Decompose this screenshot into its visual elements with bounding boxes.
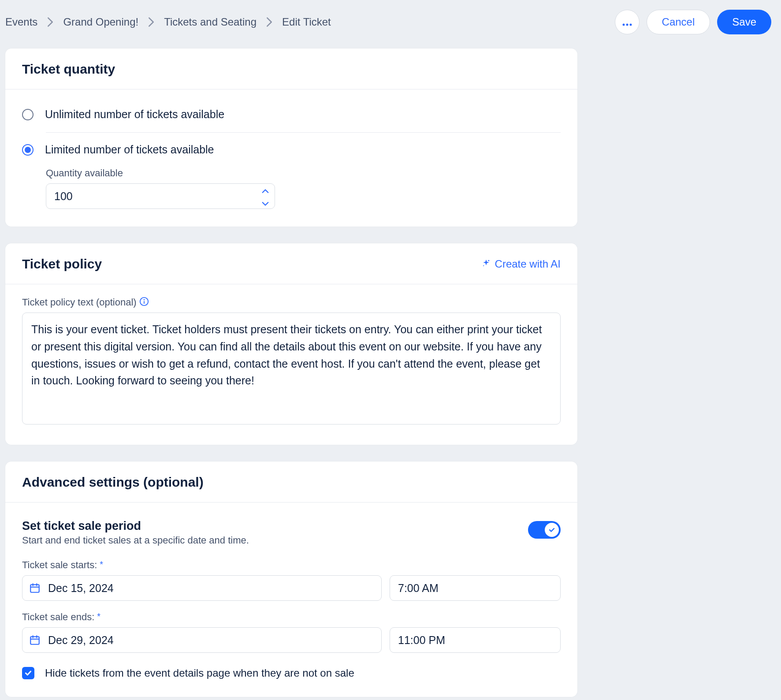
advanced-settings-title: Advanced settings (optional) [22, 475, 204, 490]
hide-tickets-row[interactable]: Hide tickets from the event details page… [22, 663, 561, 679]
breadcrumb-events[interactable]: Events [5, 16, 37, 28]
create-with-ai-button[interactable]: Create with AI [482, 258, 561, 270]
hide-tickets-checkbox[interactable] [22, 667, 34, 679]
svg-point-6 [143, 299, 145, 301]
svg-point-0 [622, 24, 625, 26]
breadcrumb-grand-opening[interactable]: Grand Opening! [63, 16, 138, 28]
sale-period-row: Set ticket sale period Start and end tic… [22, 515, 561, 546]
required-star-icon: * [100, 559, 103, 570]
stepper-up-icon[interactable] [262, 183, 269, 196]
breadcrumb: Events Grand Opening! Tickets and Seatin… [5, 16, 331, 28]
calendar-icon [29, 582, 41, 594]
svg-point-2 [629, 24, 632, 26]
sparkle-icon [482, 258, 491, 270]
header-actions: Cancel Save [615, 10, 776, 34]
radio-limited-row[interactable]: Limited number of tickets available [22, 141, 561, 168]
radio-unlimited-label: Unlimited number of tickets available [45, 108, 224, 121]
svg-rect-12 [30, 637, 39, 644]
sale-period-sub: Start and end ticket sales at a specific… [22, 535, 249, 546]
policy-text-input[interactable] [22, 313, 561, 424]
card-header: Ticket policy Create with AI [5, 243, 577, 284]
ticket-policy-title: Ticket policy [22, 257, 102, 272]
sale-end-label: Ticket sale ends: [22, 611, 94, 623]
advanced-settings-card: Advanced settings (optional) Set ticket … [5, 462, 577, 697]
hide-tickets-label: Hide tickets from the event details page… [45, 667, 354, 679]
top-bar: Events Grand Opening! Tickets and Seatin… [0, 0, 781, 48]
policy-text-label: Ticket policy text (optional) [22, 297, 137, 308]
radio-unlimited-row[interactable]: Unlimited number of tickets available [22, 102, 561, 132]
ticket-quantity-card: Ticket quantity Unlimited number of tick… [5, 48, 577, 227]
sale-start-date-wrap [22, 575, 382, 601]
breadcrumb-edit-ticket[interactable]: Edit Ticket [282, 16, 331, 28]
card-header: Advanced settings (optional) [5, 462, 577, 503]
chevron-right-icon [266, 17, 272, 27]
sale-end-time-wrap [390, 627, 561, 653]
sale-start-label-row: Ticket sale starts: * [22, 559, 561, 571]
sale-start-label: Ticket sale starts: [22, 559, 97, 571]
chevron-right-icon [47, 17, 53, 27]
quantity-input[interactable] [46, 183, 275, 209]
quantity-input-wrap [46, 183, 275, 209]
svg-point-3 [488, 260, 489, 261]
breadcrumb-tickets-seating[interactable]: Tickets and Seating [164, 16, 257, 28]
sale-end-label-row: Ticket sale ends: * [22, 611, 561, 623]
sale-end-time-input[interactable] [390, 627, 561, 653]
svg-point-4 [483, 265, 484, 266]
radio-limited-label: Limited number of tickets available [45, 143, 214, 156]
card-header: Ticket quantity [5, 48, 577, 89]
sale-start-date-input[interactable] [22, 575, 382, 601]
sale-start-time-wrap [390, 575, 561, 601]
toggle-knob [545, 523, 559, 537]
ticket-quantity-title: Ticket quantity [22, 62, 115, 77]
chevron-right-icon [148, 17, 154, 27]
svg-rect-7 [144, 301, 145, 304]
calendar-icon [29, 634, 41, 646]
ticket-policy-card: Ticket policy Create with AI Ticket poli… [5, 243, 577, 445]
svg-rect-8 [30, 585, 39, 592]
svg-point-1 [626, 24, 628, 26]
dots-icon [622, 16, 632, 28]
more-actions-button[interactable] [615, 10, 640, 34]
sale-period-title: Set ticket sale period [22, 519, 249, 533]
save-button[interactable]: Save [717, 10, 771, 34]
radio-unlimited[interactable] [22, 109, 33, 120]
quantity-available-label: Quantity available [46, 168, 561, 179]
sale-end-date-wrap [22, 627, 382, 653]
stepper-down-icon[interactable] [262, 197, 269, 209]
create-with-ai-label: Create with AI [495, 258, 561, 270]
sale-end-date-input[interactable] [22, 627, 382, 653]
sale-period-toggle[interactable] [528, 521, 561, 539]
radio-limited[interactable] [22, 144, 33, 156]
info-icon[interactable] [139, 297, 149, 306]
option-divider [46, 132, 561, 133]
sale-start-time-input[interactable] [390, 575, 561, 601]
required-star-icon: * [97, 611, 100, 622]
cancel-button[interactable]: Cancel [647, 10, 710, 34]
